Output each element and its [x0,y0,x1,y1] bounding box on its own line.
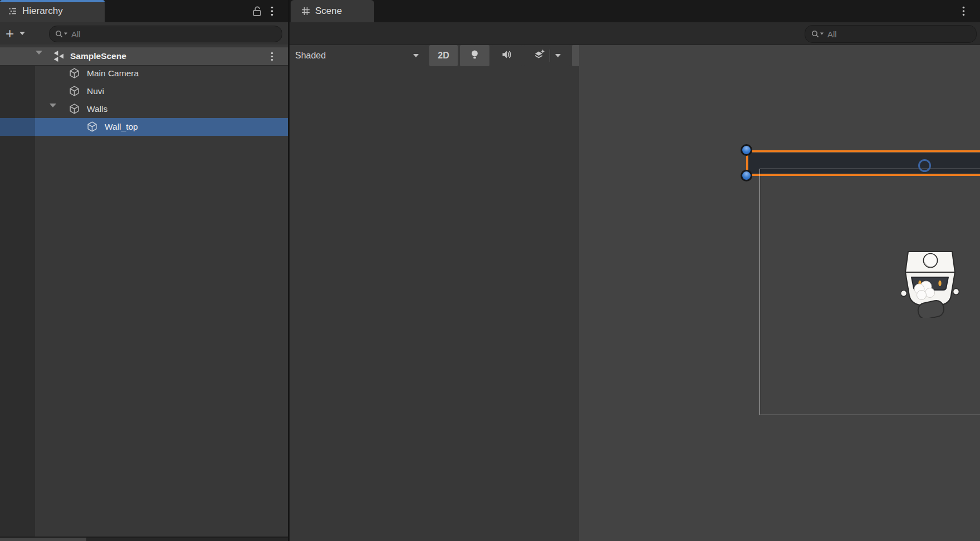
hierarchy-tree: SampleScene Main Camera [0,45,288,538]
robot-left-hand [901,291,907,297]
scene-viewport[interactable] [579,45,980,541]
hierarchy-icon [8,6,18,16]
robot-sprite[interactable] [901,250,959,318]
draw-mode-label: Shaded [295,51,326,61]
scene-search-field[interactable] [805,25,977,43]
effects-layers-icon [533,49,545,62]
create-object-button[interactable]: + [6,24,40,42]
unity-logo-icon [52,50,65,65]
scene-row-kebab-icon[interactable] [271,52,273,63]
robot-right-eye [938,281,941,286]
tab-scene[interactable]: Scene [291,0,374,22]
tree-row-label: Nuvi [87,86,104,96]
hierarchy-hscrollbar-track[interactable] [0,538,288,541]
cube-icon [68,85,80,99]
cube-icon [68,67,80,81]
tree-row-label: Main Camera [87,68,139,78]
effects-caret-icon [555,54,561,57]
robot-right-hand [953,289,959,295]
pivot-handle[interactable] [918,159,931,172]
expand-triangle-icon[interactable] [36,55,42,65]
scene-lighting-button[interactable] [460,45,489,66]
tree-row-main-camera[interactable]: Main Camera [0,65,288,82]
bulb-icon [470,49,479,62]
scene-tabbar: Scene [290,0,980,22]
tab-hierarchy[interactable]: Hierarchy [0,0,105,22]
speaker-icon [501,49,512,62]
toggle-2d-button[interactable]: 2D [429,45,458,66]
divider [550,50,550,62]
scene-panel: Scene Shaded 2D [290,0,980,541]
cube-icon [68,103,80,117]
search-icon [811,29,825,38]
tree-row-walls[interactable]: Walls [0,100,288,118]
scene-row-samplescene[interactable]: SampleScene [0,47,288,66]
scene-tab-label: Scene [315,6,342,17]
tree-row-label: Wall_top [105,122,138,132]
hierarchy-toolbar: + [0,22,288,45]
hierarchy-search-input[interactable] [69,29,282,39]
create-dropdown-caret-icon [19,32,25,35]
tree-row-wall-top[interactable]: Wall_top [0,118,288,136]
scene-effects-dropdown[interactable] [524,45,570,66]
scene-grid-icon [301,6,311,16]
plus-icon: + [6,26,14,41]
search-icon [55,29,69,38]
scene-toolbar: Shaded 2D [290,22,980,45]
scene-audio-button[interactable] [492,45,522,66]
2d-label: 2D [438,51,449,61]
hierarchy-hscrollbar-thumb[interactable] [0,538,86,541]
hierarchy-tab-label: Hierarchy [22,6,63,17]
scene-search-input[interactable] [825,29,976,39]
tree-row-label: Walls [87,104,107,114]
hierarchy-search-field[interactable] [49,26,282,42]
draw-mode-dropdown[interactable]: Shaded [290,45,427,66]
hierarchy-tabbar: Hierarchy [0,0,288,22]
scene-menu-kebab-icon[interactable] [962,6,965,18]
expand-triangle-icon[interactable] [50,107,56,117]
focused-tab-accent [0,0,105,2]
hierarchy-menu-kebab-icon[interactable] [271,6,273,16]
unlock-icon[interactable] [251,5,263,19]
tree-row-nuvi[interactable]: Nuvi [0,82,288,100]
selection-handle-top-left[interactable] [741,144,752,156]
scene-row-label: SampleScene [70,51,126,61]
unity-editor-window: Hierarchy + [0,0,980,541]
selection-handle-bottom-left[interactable] [741,170,752,181]
cube-icon [86,121,98,135]
draw-mode-caret-icon [413,54,419,57]
hierarchy-panel: Hierarchy + [0,0,288,541]
